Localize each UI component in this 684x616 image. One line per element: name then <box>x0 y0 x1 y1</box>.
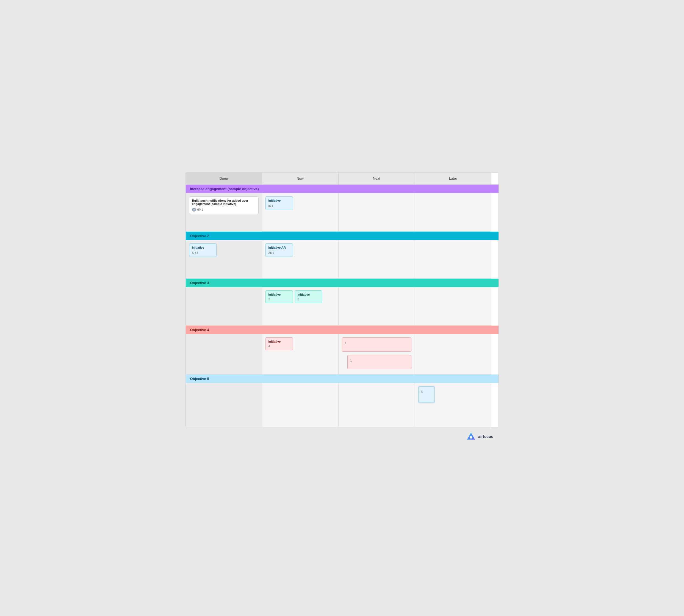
cell-sample-now: Initiative IS 1 <box>262 193 338 232</box>
card-tag: SR 3 <box>192 251 198 255</box>
card-num: 5 <box>421 391 432 393</box>
cell-2-done: Initiative SR 3 <box>186 240 262 279</box>
cell-sample-done: Build push notifications for added user … <box>186 193 262 232</box>
card-tag: IS 1 <box>268 204 273 207</box>
card-num: 2 <box>268 298 290 301</box>
cell-5-now <box>262 383 338 427</box>
card-4-next-2[interactable]: 1 <box>347 355 412 369</box>
cell-4-now: Initiative 4 <box>262 334 338 374</box>
tag-label: IS <box>268 204 271 207</box>
card-title: Build push notifications for added user … <box>192 199 256 205</box>
cell-5-next <box>338 383 415 427</box>
objective-5: Objective 5 5 <box>186 374 499 427</box>
cell-3-later <box>415 287 491 326</box>
objective-header-5: Objective 5 <box>186 374 499 383</box>
content-row-3: Initiative 2 Initiative 3 <box>186 287 499 326</box>
objective-header-2: Objective 2 <box>186 232 499 240</box>
cards-inline-3: Initiative 2 Initiative 3 <box>265 290 335 305</box>
cell-4-later <box>415 334 491 374</box>
content-row-2: Initiative SR 3 Initiative AR AR 1 <box>186 240 499 279</box>
card-3-now-1[interactable]: Initiative 2 <box>265 290 293 303</box>
objective-3: Objective 3 Initiative 2 Initiative 3 <box>186 279 499 326</box>
board: Done Now Next Later Increase engagement … <box>185 172 499 427</box>
cell-3-now: Initiative 2 Initiative 3 <box>262 287 338 326</box>
tag-label: SR <box>192 251 196 255</box>
header-done: Done <box>186 173 262 184</box>
card-4-now-1[interactable]: Initiative 4 <box>265 337 293 350</box>
cell-3-next <box>338 287 415 326</box>
header-later: Later <box>415 173 491 184</box>
objective-sample: Increase engagement (sample objective) B… <box>186 185 499 232</box>
card-title: Initiative <box>268 340 290 343</box>
card-sample-done-1[interactable]: Build push notifications for added user … <box>189 196 259 214</box>
card-5-later-1[interactable]: 5 <box>418 386 435 403</box>
cell-2-next <box>338 240 415 279</box>
logo-area: airfocus <box>185 427 499 444</box>
card-sample-now-1[interactable]: Initiative IS 1 <box>265 196 293 210</box>
card-title: Initiative <box>268 293 290 296</box>
card-num: 3 <box>297 298 319 301</box>
cell-5-later: 5 <box>415 383 491 427</box>
card-num: 4 <box>345 342 409 345</box>
cell-2-now: Initiative AR AR 1 <box>262 240 338 279</box>
card-tag: M MP 1 <box>192 208 203 212</box>
tag-num: 3 <box>197 251 198 255</box>
card-title: Initiative <box>192 246 214 249</box>
cell-sample-next <box>338 193 415 232</box>
tag-label: MP <box>197 208 201 211</box>
cell-3-done <box>186 287 262 326</box>
card-title: Initiative AR <box>268 246 290 249</box>
card-num: 4 <box>268 345 290 348</box>
cards-stacked-4: 4 1 <box>342 337 412 371</box>
tag-num: 1 <box>272 204 273 207</box>
header-next: Next <box>338 173 415 184</box>
objective-header-4: Objective 4 <box>186 326 499 334</box>
tag-num: 1 <box>201 208 203 211</box>
airfocus-logo-icon <box>466 432 476 442</box>
card-tag: AR 1 <box>268 251 274 255</box>
objective-header-sample: Increase engagement (sample objective) <box>186 185 499 193</box>
objective-2: Objective 2 Initiative SR 3 Initiative A… <box>186 232 499 279</box>
cell-5-done <box>186 383 262 427</box>
cell-sample-later <box>415 193 491 232</box>
page-container: Done Now Next Later Increase engagement … <box>185 167 499 449</box>
card-2-now-1[interactable]: Initiative AR AR 1 <box>265 243 293 257</box>
header-row: Done Now Next Later <box>186 173 499 185</box>
card-num: 1 <box>350 359 409 362</box>
content-row-5: 5 <box>186 383 499 427</box>
svg-point-1 <box>470 436 472 439</box>
content-row-4: Initiative 4 4 1 <box>186 334 499 374</box>
content-row-sample: Build push notifications for added user … <box>186 193 499 232</box>
card-title: Initiative <box>297 293 319 296</box>
card-4-next-1[interactable]: 4 <box>342 337 412 352</box>
cell-4-next: 4 1 <box>338 334 415 374</box>
tag-label: AR <box>268 251 272 255</box>
tag-num: 1 <box>273 251 274 255</box>
card-title: Initiative <box>268 199 290 202</box>
objective-4: Objective 4 Initiative 4 4 1 <box>186 326 499 374</box>
cell-2-later <box>415 240 491 279</box>
card-3-now-2[interactable]: Initiative 3 <box>294 290 322 303</box>
cell-4-done <box>186 334 262 374</box>
header-now: Now <box>262 173 338 184</box>
card-2-done-1[interactable]: Initiative SR 3 <box>189 243 217 257</box>
logo-text: airfocus <box>478 434 493 439</box>
tag-dot: M <box>192 208 196 212</box>
objective-header-3: Objective 3 <box>186 279 499 287</box>
